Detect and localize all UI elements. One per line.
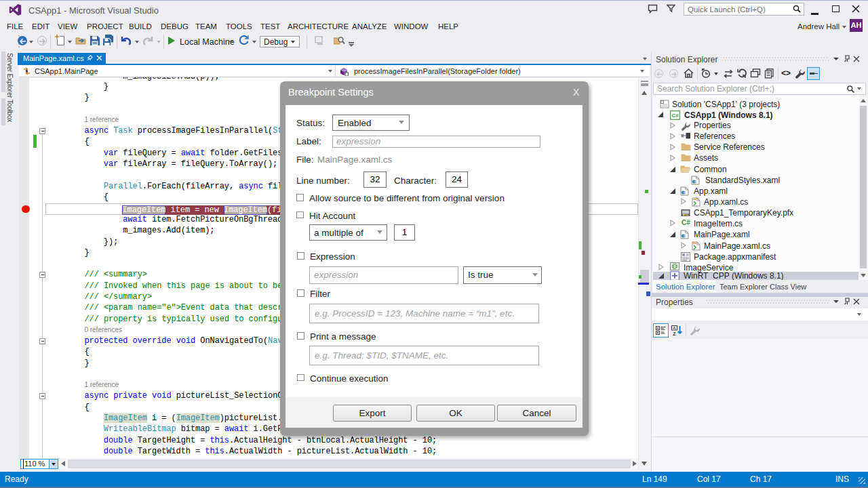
svg-text:Z: Z (673, 331, 676, 336)
svg-text:A: A (673, 326, 676, 330)
svg-text:C#: C# (671, 113, 679, 119)
